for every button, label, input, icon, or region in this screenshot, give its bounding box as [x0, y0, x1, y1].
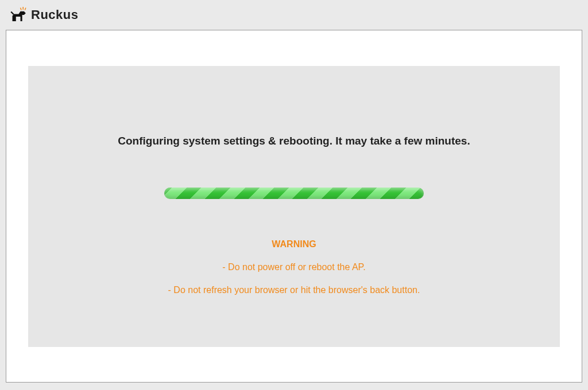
header: Ruckus [0, 0, 588, 30]
status-message: Configuring system settings & rebooting.… [118, 135, 470, 147]
main-panel: Configuring system settings & rebooting.… [6, 30, 582, 383]
warning-line-2: - Do not refresh your browser or hit the… [168, 285, 420, 295]
brand-logo: Ruckus [10, 7, 78, 23]
content-box: Configuring system settings & rebooting.… [28, 66, 560, 347]
svg-line-0 [21, 8, 22, 10]
svg-line-2 [25, 8, 26, 10]
main-outer: Configuring system settings & rebooting.… [0, 30, 588, 388]
warning-heading: WARNING [272, 239, 316, 249]
brand-text: Ruckus [31, 7, 78, 22]
progress-bar [164, 188, 424, 199]
warning-line-1: - Do not power off or reboot the AP. [222, 262, 365, 272]
ruckus-dog-icon [10, 7, 29, 23]
